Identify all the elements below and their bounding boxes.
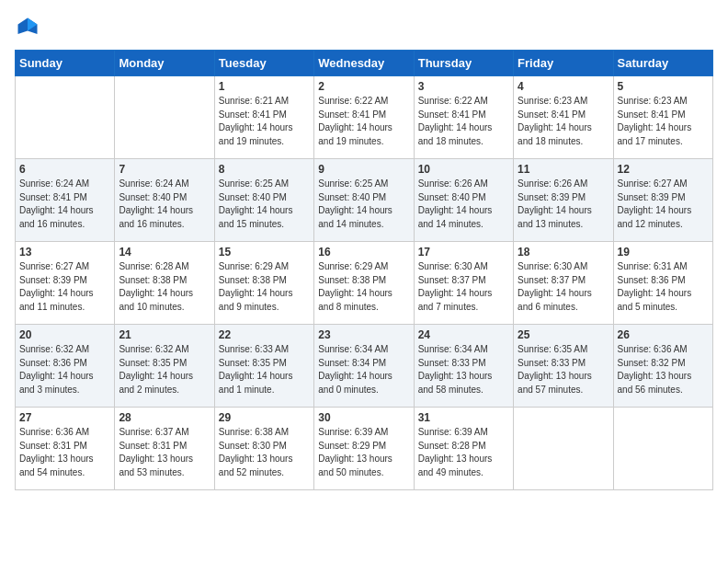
day-number: 19 bbox=[618, 246, 709, 259]
day-info: Sunrise: 6:31 AM Sunset: 8:36 PM Dayligh… bbox=[618, 260, 709, 314]
calendar-cell: 30Sunrise: 6:39 AM Sunset: 8:29 PM Dayli… bbox=[314, 408, 414, 490]
weekday-header: Thursday bbox=[414, 51, 513, 76]
day-info: Sunrise: 6:24 AM Sunset: 8:41 PM Dayligh… bbox=[19, 178, 110, 231]
calendar-cell: 5Sunrise: 6:23 AM Sunset: 8:41 PM Daylig… bbox=[613, 76, 712, 159]
calendar-cell: 27Sunrise: 6:36 AM Sunset: 8:31 PM Dayli… bbox=[16, 408, 115, 490]
weekday-header: Tuesday bbox=[214, 51, 313, 76]
calendar-cell bbox=[613, 408, 712, 490]
day-info: Sunrise: 6:36 AM Sunset: 8:31 PM Dayligh… bbox=[19, 426, 110, 479]
calendar-cell: 15Sunrise: 6:29 AM Sunset: 8:38 PM Dayli… bbox=[214, 242, 313, 325]
calendar-cell: 6Sunrise: 6:24 AM Sunset: 8:41 PM Daylig… bbox=[16, 159, 115, 242]
day-number: 20 bbox=[19, 328, 110, 341]
day-info: Sunrise: 6:39 AM Sunset: 8:29 PM Dayligh… bbox=[318, 426, 409, 479]
day-info: Sunrise: 6:22 AM Sunset: 8:41 PM Dayligh… bbox=[418, 95, 509, 148]
calendar-cell: 7Sunrise: 6:24 AM Sunset: 8:40 PM Daylig… bbox=[115, 159, 214, 242]
day-info: Sunrise: 6:32 AM Sunset: 8:36 PM Dayligh… bbox=[19, 343, 110, 396]
weekday-header: Monday bbox=[115, 51, 214, 76]
calendar-week-row: 1Sunrise: 6:21 AM Sunset: 8:41 PM Daylig… bbox=[16, 76, 713, 159]
calendar-cell: 4Sunrise: 6:23 AM Sunset: 8:41 PM Daylig… bbox=[514, 76, 613, 159]
calendar-cell: 29Sunrise: 6:38 AM Sunset: 8:30 PM Dayli… bbox=[214, 408, 313, 490]
day-number: 18 bbox=[518, 246, 609, 259]
day-info: Sunrise: 6:27 AM Sunset: 8:39 PM Dayligh… bbox=[19, 260, 110, 314]
day-number: 7 bbox=[119, 163, 210, 176]
day-number: 1 bbox=[219, 80, 310, 93]
calendar-cell: 18Sunrise: 6:30 AM Sunset: 8:37 PM Dayli… bbox=[514, 242, 613, 325]
calendar-cell: 25Sunrise: 6:35 AM Sunset: 8:33 PM Dayli… bbox=[514, 325, 613, 408]
calendar-cell: 12Sunrise: 6:27 AM Sunset: 8:39 PM Dayli… bbox=[613, 159, 712, 242]
day-info: Sunrise: 6:29 AM Sunset: 8:38 PM Dayligh… bbox=[318, 260, 409, 314]
calendar-cell: 1Sunrise: 6:21 AM Sunset: 8:41 PM Daylig… bbox=[214, 76, 313, 159]
calendar-week-row: 6Sunrise: 6:24 AM Sunset: 8:41 PM Daylig… bbox=[16, 159, 713, 242]
calendar-cell: 11Sunrise: 6:26 AM Sunset: 8:39 PM Dayli… bbox=[514, 159, 613, 242]
day-info: Sunrise: 6:29 AM Sunset: 8:38 PM Dayligh… bbox=[219, 260, 310, 314]
day-number: 30 bbox=[318, 411, 409, 424]
calendar-cell: 28Sunrise: 6:37 AM Sunset: 8:31 PM Dayli… bbox=[115, 408, 214, 490]
weekday-header: Sunday bbox=[16, 51, 115, 76]
calendar-cell bbox=[115, 76, 214, 159]
day-number: 3 bbox=[418, 80, 509, 93]
calendar-cell bbox=[16, 76, 115, 159]
day-number: 22 bbox=[219, 328, 310, 341]
day-number: 31 bbox=[418, 411, 509, 424]
calendar-cell: 17Sunrise: 6:30 AM Sunset: 8:37 PM Dayli… bbox=[414, 242, 513, 325]
day-number: 21 bbox=[119, 328, 210, 341]
day-number: 23 bbox=[318, 328, 409, 341]
page-header bbox=[15, 15, 713, 40]
day-number: 13 bbox=[19, 246, 110, 259]
calendar-cell: 14Sunrise: 6:28 AM Sunset: 8:38 PM Dayli… bbox=[115, 242, 214, 325]
day-number: 27 bbox=[19, 411, 110, 424]
day-info: Sunrise: 6:35 AM Sunset: 8:33 PM Dayligh… bbox=[518, 343, 609, 396]
weekday-header: Saturday bbox=[613, 51, 712, 76]
calendar-week-row: 20Sunrise: 6:32 AM Sunset: 8:36 PM Dayli… bbox=[16, 325, 713, 408]
day-info: Sunrise: 6:25 AM Sunset: 8:40 PM Dayligh… bbox=[219, 178, 310, 231]
calendar-cell: 8Sunrise: 6:25 AM Sunset: 8:40 PM Daylig… bbox=[214, 159, 313, 242]
calendar-cell: 26Sunrise: 6:36 AM Sunset: 8:32 PM Dayli… bbox=[613, 325, 712, 408]
calendar-cell: 31Sunrise: 6:39 AM Sunset: 8:28 PM Dayli… bbox=[414, 408, 513, 490]
calendar-week-row: 13Sunrise: 6:27 AM Sunset: 8:39 PM Dayli… bbox=[16, 242, 713, 325]
day-info: Sunrise: 6:34 AM Sunset: 8:34 PM Dayligh… bbox=[318, 343, 409, 396]
day-number: 24 bbox=[418, 328, 509, 341]
day-number: 16 bbox=[318, 246, 409, 259]
day-info: Sunrise: 6:33 AM Sunset: 8:35 PM Dayligh… bbox=[219, 343, 310, 396]
logo bbox=[15, 15, 44, 40]
day-info: Sunrise: 6:28 AM Sunset: 8:38 PM Dayligh… bbox=[119, 260, 210, 314]
day-info: Sunrise: 6:23 AM Sunset: 8:41 PM Dayligh… bbox=[618, 95, 709, 148]
day-info: Sunrise: 6:34 AM Sunset: 8:33 PM Dayligh… bbox=[418, 343, 509, 396]
calendar-cell: 22Sunrise: 6:33 AM Sunset: 8:35 PM Dayli… bbox=[214, 325, 313, 408]
day-info: Sunrise: 6:36 AM Sunset: 8:32 PM Dayligh… bbox=[618, 343, 709, 396]
weekday-header: Friday bbox=[514, 51, 613, 76]
day-number: 25 bbox=[518, 328, 609, 341]
calendar-week-row: 27Sunrise: 6:36 AM Sunset: 8:31 PM Dayli… bbox=[16, 408, 713, 490]
day-info: Sunrise: 6:39 AM Sunset: 8:28 PM Dayligh… bbox=[418, 426, 509, 479]
logo-icon bbox=[15, 15, 40, 40]
day-info: Sunrise: 6:37 AM Sunset: 8:31 PM Dayligh… bbox=[119, 426, 210, 479]
day-info: Sunrise: 6:23 AM Sunset: 8:41 PM Dayligh… bbox=[518, 95, 609, 148]
calendar-cell: 9Sunrise: 6:25 AM Sunset: 8:40 PM Daylig… bbox=[314, 159, 414, 242]
day-number: 28 bbox=[119, 411, 210, 424]
weekday-header: Wednesday bbox=[314, 51, 414, 76]
calendar-cell: 21Sunrise: 6:32 AM Sunset: 8:35 PM Dayli… bbox=[115, 325, 214, 408]
day-number: 9 bbox=[318, 163, 409, 176]
day-info: Sunrise: 6:24 AM Sunset: 8:40 PM Dayligh… bbox=[119, 178, 210, 231]
calendar-cell: 10Sunrise: 6:26 AM Sunset: 8:40 PM Dayli… bbox=[414, 159, 513, 242]
day-info: Sunrise: 6:32 AM Sunset: 8:35 PM Dayligh… bbox=[119, 343, 210, 396]
calendar-header-row: SundayMondayTuesdayWednesdayThursdayFrid… bbox=[16, 51, 713, 76]
calendar-cell: 24Sunrise: 6:34 AM Sunset: 8:33 PM Dayli… bbox=[414, 325, 513, 408]
day-number: 4 bbox=[518, 80, 609, 93]
day-info: Sunrise: 6:25 AM Sunset: 8:40 PM Dayligh… bbox=[318, 178, 409, 231]
day-number: 11 bbox=[518, 163, 609, 176]
day-number: 2 bbox=[318, 80, 409, 93]
calendar-cell: 16Sunrise: 6:29 AM Sunset: 8:38 PM Dayli… bbox=[314, 242, 414, 325]
day-info: Sunrise: 6:38 AM Sunset: 8:30 PM Dayligh… bbox=[219, 426, 310, 479]
calendar-cell: 2Sunrise: 6:22 AM Sunset: 8:41 PM Daylig… bbox=[314, 76, 414, 159]
day-number: 15 bbox=[219, 246, 310, 259]
calendar-cell: 13Sunrise: 6:27 AM Sunset: 8:39 PM Dayli… bbox=[16, 242, 115, 325]
day-number: 10 bbox=[418, 163, 509, 176]
calendar-cell: 19Sunrise: 6:31 AM Sunset: 8:36 PM Dayli… bbox=[613, 242, 712, 325]
day-number: 12 bbox=[618, 163, 709, 176]
day-number: 17 bbox=[418, 246, 509, 259]
day-info: Sunrise: 6:22 AM Sunset: 8:41 PM Dayligh… bbox=[318, 95, 409, 148]
day-number: 5 bbox=[618, 80, 709, 93]
day-number: 8 bbox=[219, 163, 310, 176]
day-info: Sunrise: 6:30 AM Sunset: 8:37 PM Dayligh… bbox=[418, 260, 509, 314]
